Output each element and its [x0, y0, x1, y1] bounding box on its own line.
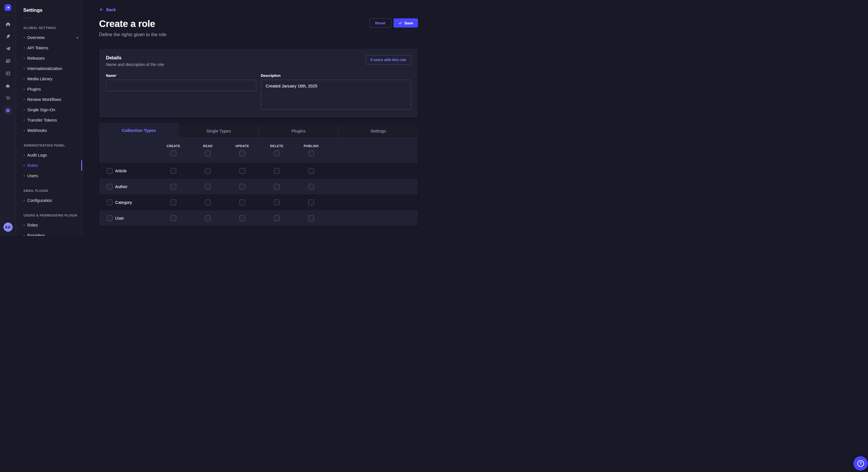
sidebar-item-label: Review Workflows [27, 97, 61, 102]
row-select-checkbox[interactable] [107, 184, 113, 190]
tab-settings[interactable]: Settings [338, 124, 418, 138]
permission-checkbox[interactable] [274, 168, 280, 174]
row-label: Category [115, 200, 132, 205]
permission-checkbox[interactable] [274, 215, 280, 221]
rail-item-content-manager[interactable] [4, 69, 12, 78]
check-icon [398, 21, 402, 25]
permission-checkbox[interactable] [308, 184, 314, 190]
name-input[interactable] [106, 80, 256, 91]
table-row-category: Category [99, 194, 418, 210]
description-textarea[interactable]: Created January 16th, 2025 [261, 80, 411, 109]
bullet-icon [24, 175, 25, 176]
column-select-checkbox-delete[interactable] [274, 150, 280, 156]
user-avatar[interactable]: KD [3, 223, 12, 232]
permission-checkbox[interactable] [239, 200, 245, 205]
gear-icon [5, 108, 11, 113]
cell-category-publish [294, 200, 329, 205]
rail-item-home[interactable] [4, 20, 12, 28]
feather-icon [5, 34, 11, 39]
sidebar-item-admin-roles[interactable]: Roles [16, 160, 82, 171]
main-content: Back Create a role Define the rights giv… [82, 0, 434, 236]
save-button[interactable]: Save [394, 19, 418, 28]
back-link[interactable]: Back [99, 7, 116, 12]
cell-article-create [156, 168, 191, 174]
row-select-checkbox[interactable] [107, 200, 113, 205]
media-library-icon [5, 59, 11, 64]
rail-item-content-type-builder[interactable] [4, 32, 12, 41]
tab-collection-types[interactable]: Collection Types [99, 123, 179, 138]
permission-checkbox[interactable] [170, 184, 176, 190]
bullet-icon [24, 155, 25, 156]
sidebar-item-up-providers[interactable]: Providers [16, 230, 82, 236]
header-actions: Reset Save [369, 19, 418, 28]
sidebar-item-releases[interactable]: Releases [16, 53, 82, 63]
permission-checkbox[interactable] [205, 168, 211, 174]
sidebar-item-label: Overview [27, 35, 44, 40]
bullet-icon [24, 47, 25, 48]
sidebar-item-transfer-tokens[interactable]: Transfer Tokens [16, 115, 82, 125]
sidebar-item-webhooks[interactable]: Webhooks [16, 125, 82, 136]
rail-item-deploy[interactable] [4, 44, 12, 53]
column-update: UPDATE [225, 138, 259, 156]
row-head-user: User [99, 215, 156, 221]
sidebar-item-admin-users[interactable]: Users [16, 171, 82, 181]
bullet-icon [24, 235, 25, 236]
permission-checkbox[interactable] [239, 215, 245, 221]
layout-icon [5, 71, 11, 76]
bullet-icon [24, 200, 25, 201]
strapi-logo[interactable] [5, 4, 11, 11]
sidebar-item-label: Single Sign-On [27, 107, 55, 112]
sidebar-item-label: Webhooks [27, 128, 47, 133]
permission-checkbox[interactable] [308, 168, 314, 174]
row-select-checkbox[interactable] [107, 215, 113, 221]
permission-checkbox[interactable] [170, 200, 176, 205]
section-administration-panel: ADMINISTRATION PANEL [24, 144, 78, 147]
permission-checkbox[interactable] [239, 168, 245, 174]
sidebar-item-media-library[interactable]: Media Library [16, 74, 82, 84]
rail-item-settings[interactable] [4, 106, 12, 115]
users-with-role-button[interactable]: 0 users with this role [366, 55, 411, 65]
sidebar-item-api-tokens[interactable]: API Tokens [16, 43, 82, 53]
tab-plugins[interactable]: Plugins [259, 124, 338, 138]
notification-dot [76, 37, 78, 38]
icon-rail: KD [0, 0, 16, 236]
tab-single-types[interactable]: Single Types [179, 124, 259, 138]
permission-checkbox[interactable] [308, 215, 314, 221]
permission-checkbox[interactable] [308, 200, 314, 205]
cell-user-publish [294, 215, 329, 221]
column-label-delete: DELETE [270, 144, 284, 148]
permission-checkbox[interactable] [274, 184, 280, 190]
permission-checkbox[interactable] [170, 168, 176, 174]
column-select-checkbox-read[interactable] [205, 150, 211, 156]
permission-checkbox[interactable] [274, 200, 280, 205]
rail-item-cloud[interactable] [4, 81, 12, 90]
sidebar-item-label: Roles [27, 163, 38, 168]
column-select-checkbox-publish[interactable] [308, 150, 314, 156]
cell-author-delete [259, 184, 294, 190]
permission-checkbox[interactable] [205, 184, 211, 190]
permission-checkbox[interactable] [239, 184, 245, 190]
app-root: KD Settings GLOBAL SETTINGS Overview API… [0, 0, 434, 236]
sidebar-item-email-configuration[interactable]: Configuration [16, 195, 82, 206]
permissions-tabs: Collection Types Single Types Plugins Se… [99, 123, 418, 138]
sidebar-item-plugins[interactable]: Plugins [16, 84, 82, 94]
row-head-author: Author [99, 184, 156, 190]
description-label: Description [261, 74, 411, 78]
permission-checkbox[interactable] [205, 215, 211, 221]
rail-item-media-library[interactable] [4, 57, 12, 65]
column-select-checkbox-update[interactable] [239, 150, 245, 156]
column-select-checkbox-create[interactable] [170, 150, 176, 156]
row-select-checkbox[interactable] [107, 168, 113, 174]
permission-checkbox[interactable] [170, 215, 176, 221]
sidebar-item-audit-logs[interactable]: Audit Logs [16, 150, 82, 160]
sidebar-item-internationalization[interactable]: Internationalization [16, 63, 82, 74]
cloud-icon [5, 83, 11, 89]
sidebar-item-up-roles[interactable]: Roles [16, 220, 82, 230]
sidebar-item-overview[interactable]: Overview [16, 32, 82, 43]
rail-item-marketplace[interactable] [4, 94, 12, 102]
reset-button[interactable]: Reset [369, 19, 391, 28]
bullet-icon [24, 130, 25, 131]
sidebar-item-single-sign-on[interactable]: Single Sign-On [16, 105, 82, 115]
sidebar-item-review-workflows[interactable]: Review Workflows [16, 94, 82, 105]
permission-checkbox[interactable] [205, 200, 211, 205]
